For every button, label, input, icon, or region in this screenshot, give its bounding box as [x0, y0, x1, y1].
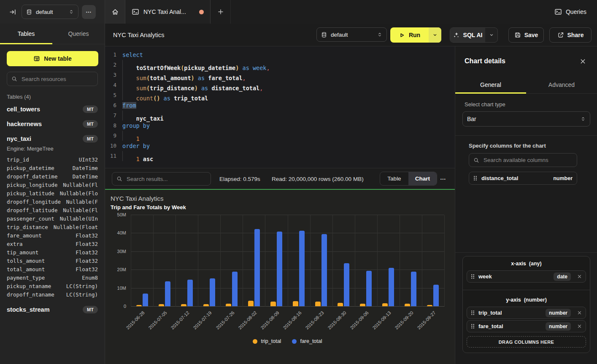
columns-search-input[interactable]: [483, 156, 573, 164]
legend-item-fare_total[interactable]: fare_total: [292, 338, 322, 344]
bar-trip_total[interactable]: [203, 304, 209, 306]
drag-handle-icon[interactable]: [473, 175, 477, 181]
axis-item-trip_total[interactable]: trip_totalnumber: [467, 307, 586, 319]
bar-fare_total[interactable]: [299, 231, 305, 306]
header-database-selector[interactable]: default: [316, 27, 387, 42]
remove-column-icon[interactable]: [577, 310, 582, 315]
schema-column-row[interactable]: pickup_ntanameLC(String): [7, 282, 98, 290]
schema-column-row[interactable]: trip_idUInt32: [7, 155, 98, 164]
view-toggle-chart[interactable]: Chart: [408, 172, 437, 185]
drag-handle-icon[interactable]: [471, 274, 475, 279]
drop-zone[interactable]: DRAG COLUMNS HERE: [467, 336, 586, 348]
sidebar-more-button[interactable]: ⋯: [82, 5, 96, 19]
close-icon[interactable]: [580, 58, 586, 65]
bar-trip_total[interactable]: [405, 304, 410, 306]
sql-editor[interactable]: 1select2toStartOfWeek(pickup_datetime) a…: [105, 46, 455, 168]
bar-fare_total[interactable]: [277, 232, 282, 306]
schema-column-row[interactable]: fare_amountFloat32: [7, 231, 98, 240]
home-button[interactable]: [105, 0, 125, 24]
new-table-button[interactable]: New table: [7, 51, 98, 66]
axis-item-fare_total[interactable]: fare_totalnumber: [467, 320, 586, 332]
drag-handle-icon[interactable]: [471, 324, 475, 329]
schema-column-row[interactable]: extraFloat32: [7, 240, 98, 248]
bar-fare_total[interactable]: [321, 234, 327, 306]
schema-column-row[interactable]: tip_amountFloat32: [7, 248, 98, 256]
schema-column-row[interactable]: pickup_datetimeDateTime: [7, 164, 98, 172]
view-toggle-table[interactable]: Table: [380, 172, 408, 185]
bar-fare_total[interactable]: [366, 271, 372, 306]
run-button-main[interactable]: Run: [390, 27, 429, 43]
remove-column-icon[interactable]: [577, 324, 582, 329]
code-line[interactable]: 10order by: [105, 141, 455, 151]
code-line[interactable]: 6from: [105, 100, 455, 111]
bar-trip_total[interactable]: [136, 305, 142, 306]
code-line[interactable]: 2toStartOfWeek(pickup_datetime) as week,: [105, 60, 455, 70]
remove-column-icon[interactable]: [577, 274, 582, 279]
bar-fare_total[interactable]: [411, 272, 416, 306]
bar-fare_total[interactable]: [254, 229, 260, 306]
queries-button[interactable]: Queries: [554, 0, 586, 24]
bar-trip_total[interactable]: [427, 305, 432, 306]
bar-fare_total[interactable]: [165, 281, 170, 306]
code-line[interactable]: 3sum(total_amount) as fare_total,: [105, 70, 455, 80]
results-more-button[interactable]: ⋯: [440, 168, 446, 189]
bar-trip_total[interactable]: [382, 303, 388, 306]
tab-general[interactable]: General: [455, 76, 526, 93]
run-button[interactable]: Run: [390, 27, 441, 43]
run-options-button[interactable]: [429, 27, 441, 43]
code-line[interactable]: 111 asc: [105, 151, 455, 161]
schema-column-row[interactable]: total_amountFloat32: [7, 265, 98, 273]
schema-column-row[interactable]: dropoff_latitudeNullable(Fl: [7, 206, 98, 214]
code-line[interactable]: 1select: [105, 50, 455, 60]
table-item-nyc-taxi[interactable]: nyc_taxi MT: [7, 133, 98, 144]
bar-fare_total[interactable]: [143, 294, 148, 306]
new-tab-button[interactable]: [211, 0, 231, 24]
bar-fare_total[interactable]: [210, 278, 215, 306]
drag-handle-icon[interactable]: [471, 310, 475, 315]
schema-column-row[interactable]: pickup_longitudeNullable(Fl: [7, 181, 98, 189]
sql-ai-options-button[interactable]: [485, 28, 497, 42]
schema-column-row[interactable]: dropoff_datetimeDateTime: [7, 172, 98, 181]
bar-fare_total[interactable]: [187, 280, 193, 306]
bar-fare_total[interactable]: [433, 285, 439, 306]
schema-column-row[interactable]: tolls_amountFloat32: [7, 256, 98, 265]
bar-fare_total[interactable]: [232, 272, 238, 306]
code-line[interactable]: 91: [105, 131, 455, 141]
results-search-input[interactable]: [126, 175, 206, 183]
code-line[interactable]: 8group by: [105, 121, 455, 131]
bar-trip_total[interactable]: [293, 301, 298, 306]
bar-fare_total[interactable]: [389, 268, 394, 306]
bar-fare_total[interactable]: [344, 263, 349, 306]
bar-trip_total[interactable]: [360, 304, 365, 306]
available-column-distance_total[interactable]: distance_totalnumber: [469, 172, 577, 185]
schema-column-row[interactable]: dropoff_longitudeNullable(F: [7, 197, 98, 206]
schema-column-row[interactable]: passenger_countNullable(UIn: [7, 214, 98, 223]
schema-column-row[interactable]: dropoff_ntanameLC(String): [7, 290, 98, 299]
bar-trip_total[interactable]: [248, 301, 254, 306]
share-button[interactable]: Share: [549, 27, 592, 43]
bar-trip_total[interactable]: [181, 304, 186, 306]
tab-advanced[interactable]: Advanced: [526, 76, 597, 93]
sidebar-search-input[interactable]: [21, 75, 93, 83]
database-selector[interactable]: default: [22, 5, 78, 19]
sidebar-tab-tables[interactable]: Tables: [0, 24, 52, 44]
table-item-hackernews[interactable]: hackernews MT: [7, 119, 98, 129]
schema-column-row[interactable]: payment_typeEnum8: [7, 273, 98, 282]
table-item-cell-towers[interactable]: cell_towers MT: [7, 104, 98, 115]
save-button[interactable]: Save: [508, 27, 544, 43]
collapse-sidebar-icon[interactable]: [9, 8, 16, 16]
code-line[interactable]: 5count() as trip_total: [105, 90, 455, 100]
table-item-stocks-stream[interactable]: stocks_stream MT: [7, 304, 98, 315]
sql-ai-button[interactable]: SQL AI: [450, 27, 498, 43]
sidebar-tab-queries[interactable]: Queries: [52, 24, 105, 44]
schema-column-row[interactable]: pickup_latitudeNullable(Flo: [7, 189, 98, 197]
axis-item-week[interactable]: weekdate: [467, 270, 586, 283]
tab-nyc-taxi-analytics[interactable]: NYC Taxi Anal...: [125, 0, 211, 24]
schema-column-row[interactable]: trip_distanceNullable(Float: [7, 223, 98, 231]
code-line[interactable]: 4sum(trip_distance) as distance_total,: [105, 80, 455, 90]
code-line[interactable]: 7nyc_taxi: [105, 111, 455, 121]
bar-trip_total[interactable]: [226, 304, 231, 306]
chart-type-selector[interactable]: Bar: [462, 111, 590, 127]
bar-trip_total[interactable]: [315, 302, 321, 306]
bar-trip_total[interactable]: [270, 302, 276, 306]
